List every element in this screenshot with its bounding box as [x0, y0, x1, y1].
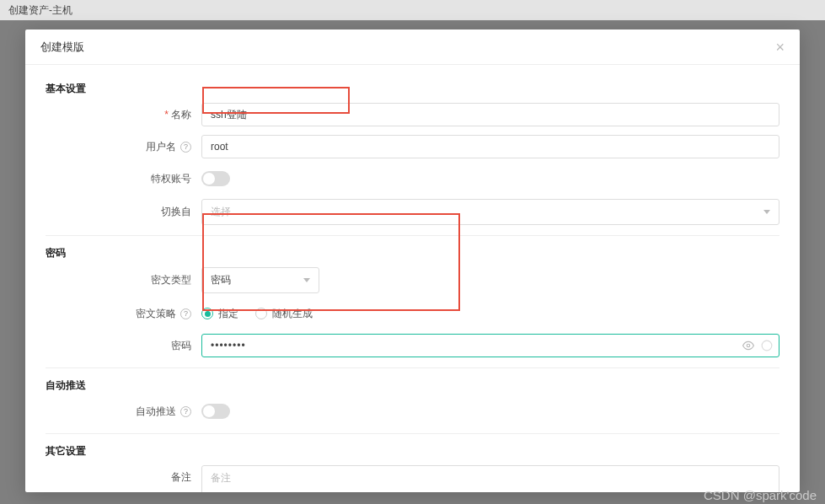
help-icon[interactable]: ?	[180, 142, 191, 153]
secret-type-value: 密码	[211, 273, 231, 287]
chevron-down-icon	[303, 278, 310, 282]
row-username: 用户名 ?	[46, 135, 779, 158]
label-privileged-text: 特权账号	[151, 172, 191, 186]
secret-policy-radio-group: 指定 随机生成	[201, 307, 313, 321]
parent-page-title: 创建资产-主机	[0, 0, 825, 20]
help-icon[interactable]: ?	[180, 308, 191, 319]
label-auto-push-text: 自动推送	[136, 405, 176, 419]
label-secret-type: 密文类型	[46, 273, 201, 287]
label-secret-policy: 密文策略 ?	[46, 307, 201, 321]
label-password-text: 密码	[171, 339, 191, 353]
remark-textarea[interactable]	[201, 465, 779, 492]
required-asterisk: *	[164, 109, 169, 121]
radio-specific-label: 指定	[218, 307, 238, 321]
radio-circle-icon	[201, 308, 213, 319]
label-switch-from: 切换自	[46, 205, 201, 219]
modal-header: 创建模版 ×	[25, 29, 800, 65]
row-password: 密码	[46, 334, 779, 357]
create-template-modal: 创建模版 × 基本设置 * 名称 用户名 ? 特权账号	[25, 29, 800, 492]
help-icon[interactable]: ?	[180, 406, 191, 417]
label-remark-text: 备注	[171, 470, 191, 485]
radio-random[interactable]: 随机生成	[255, 307, 313, 321]
password-input[interactable]	[201, 334, 779, 357]
divider	[46, 235, 779, 236]
switch-from-select[interactable]: 选择	[201, 199, 779, 225]
divider	[46, 433, 779, 434]
label-name: * 名称	[46, 108, 201, 122]
row-secret-policy: 密文策略 ? 指定 随机生成	[46, 302, 779, 325]
switch-from-placeholder: 选择	[211, 205, 231, 219]
modal-title: 创建模版	[40, 40, 84, 55]
radio-random-label: 随机生成	[272, 307, 313, 321]
svg-point-1	[762, 340, 772, 351]
row-secret-type: 密文类型 密码	[46, 267, 779, 293]
row-remark: 备注	[46, 465, 779, 492]
label-secret-policy-text: 密文策略	[136, 307, 176, 321]
clear-icon[interactable]	[761, 340, 773, 351]
label-name-text: 名称	[171, 108, 191, 122]
password-icons	[742, 340, 773, 351]
label-auto-push: 自动推送 ?	[46, 405, 201, 419]
modal-body: 基本设置 * 名称 用户名 ? 特权账号	[25, 65, 800, 492]
secret-type-select[interactable]: 密码	[201, 267, 319, 293]
close-icon[interactable]: ×	[775, 40, 785, 55]
eye-icon[interactable]	[742, 340, 754, 351]
label-username-text: 用户名	[146, 140, 176, 154]
row-auto-push: 自动推送 ?	[46, 399, 779, 423]
privileged-toggle[interactable]	[201, 171, 230, 186]
label-privileged: 特权账号	[46, 172, 201, 186]
svg-point-0	[747, 344, 750, 347]
row-switch-from: 切换自 选择	[46, 199, 779, 225]
divider	[46, 367, 779, 368]
label-secret-type-text: 密文类型	[151, 273, 191, 287]
section-title-other: 其它设置	[46, 444, 779, 458]
radio-circle-icon	[255, 308, 267, 319]
username-input[interactable]	[201, 135, 779, 158]
auto-push-toggle[interactable]	[201, 404, 230, 419]
radio-specific[interactable]: 指定	[201, 307, 238, 321]
label-remark: 备注	[46, 465, 201, 485]
label-username: 用户名 ?	[46, 140, 201, 154]
section-title-basic: 基本设置	[46, 82, 779, 96]
section-title-password: 密码	[46, 246, 779, 260]
label-switch-from-text: 切换自	[161, 205, 191, 219]
chevron-down-icon	[763, 210, 770, 214]
row-privileged: 特权账号	[46, 167, 779, 190]
row-name: * 名称	[46, 103, 779, 126]
section-title-auto-push: 自动推送	[46, 378, 779, 393]
name-input[interactable]	[201, 103, 779, 126]
label-password: 密码	[46, 339, 201, 353]
